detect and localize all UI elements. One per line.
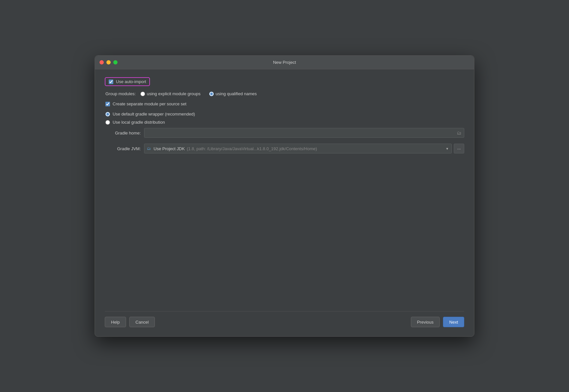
separate-module-row: Create separate module per source set — [105, 101, 464, 106]
close-button[interactable] — [100, 60, 104, 64]
auto-import-text: Use auto-import — [116, 79, 146, 84]
jvm-value-main: Use Project JDK — [154, 146, 185, 151]
ellipsis-icon: ··· — [457, 146, 461, 151]
titlebar: New Project — [95, 56, 474, 69]
radio-explicit-label: using explicit module groups — [147, 91, 201, 96]
gradle-wrapper-row: Use default gradle wrapper (recommended) — [105, 112, 464, 116]
radio-local-gradle-label: Use local gradle distribution — [113, 120, 165, 125]
window-controls — [100, 60, 118, 64]
gradle-jvm-dropdown[interactable]: 🗂 Use Project JDK (1.8, path: /Library/J… — [144, 144, 452, 153]
cancel-button[interactable]: Cancel — [129, 317, 155, 327]
radio-gradle-wrapper-label: Use default gradle wrapper (recommended) — [113, 112, 195, 116]
radio-qualified[interactable] — [209, 92, 214, 96]
previous-button[interactable]: Previous — [411, 317, 440, 327]
dropdown-arrow-icon: ▼ — [446, 147, 449, 151]
footer-right-buttons: Previous Next — [411, 317, 464, 327]
gradle-home-row: Gradle home: 🗂 — [105, 128, 464, 138]
radio-explicit[interactable] — [140, 92, 145, 96]
folder-icon[interactable]: 🗂 — [457, 130, 461, 135]
group-modules-label: Group modules: — [105, 91, 136, 96]
separate-module-checkbox[interactable] — [105, 102, 110, 106]
gradle-jvm-dropdown-text: 🗂 Use Project JDK (1.8, path: /Library/J… — [147, 146, 444, 151]
dialog-footer: Help Cancel Previous Next — [105, 311, 464, 329]
next-button[interactable]: Next — [443, 317, 464, 327]
auto-import-row: Use auto-import — [105, 77, 464, 86]
jdk-icon: 🗂 — [147, 146, 151, 151]
gradle-home-label: Gradle home: — [105, 131, 141, 135]
gradle-jvm-dropdown-wrapper: 🗂 Use Project JDK (1.8, path: /Library/J… — [144, 144, 464, 153]
minimize-button[interactable] — [106, 60, 111, 64]
radio-qualified-label: using qualified names — [216, 91, 257, 96]
gradle-home-input-wrapper[interactable]: 🗂 — [144, 128, 464, 138]
radio-gradle-wrapper[interactable] — [105, 112, 110, 116]
radio-local-gradle[interactable] — [105, 120, 110, 125]
form-area: Use auto-import Group modules: using exp… — [105, 77, 464, 311]
auto-import-checkbox[interactable] — [109, 80, 113, 84]
radio-explicit-option[interactable]: using explicit module groups — [140, 91, 201, 96]
maximize-button[interactable] — [113, 60, 118, 64]
gradle-jvm-row: Gradle JVM: 🗂 Use Project JDK (1.8, path… — [105, 144, 464, 153]
separate-module-label: Create separate module per source set — [113, 101, 186, 106]
local-gradle-row: Use local gradle distribution — [105, 120, 464, 125]
auto-import-label[interactable]: Use auto-import — [105, 77, 150, 86]
gradle-jvm-label: Gradle JVM: — [105, 146, 141, 151]
footer-left-buttons: Help Cancel — [105, 317, 155, 327]
window-title: New Project — [273, 60, 296, 65]
group-modules-row: Group modules: using explicit module gro… — [105, 91, 464, 96]
radio-qualified-option[interactable]: using qualified names — [209, 91, 257, 96]
help-button[interactable]: Help — [105, 317, 126, 327]
new-project-dialog: New Project Use auto-import Group module… — [95, 55, 474, 337]
jvm-value-sub: (1.8, path: /Library/Java/JavaVirtual...… — [187, 146, 317, 151]
gradle-home-input[interactable] — [147, 131, 457, 135]
ellipsis-button[interactable]: ··· — [454, 144, 464, 153]
dialog-content: Use auto-import Group modules: using exp… — [95, 69, 474, 336]
